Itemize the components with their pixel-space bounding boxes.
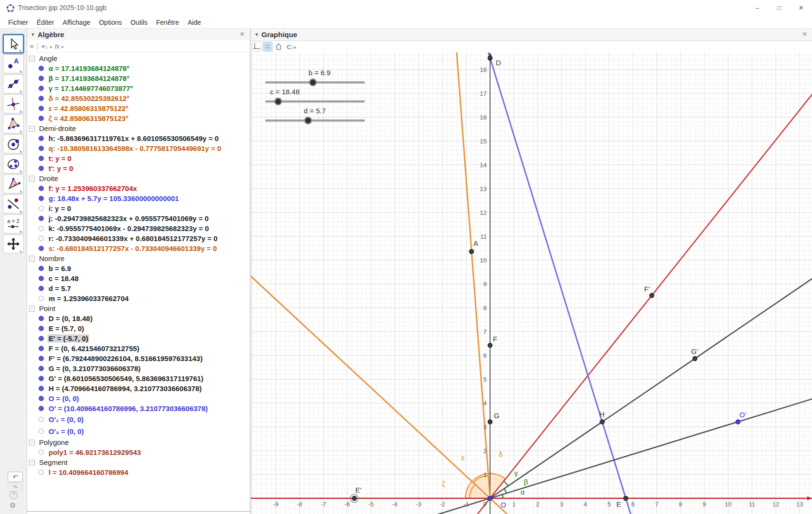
- algebra-item[interactable]: G' = (8.601056530506549, 5.8636963171197…: [27, 373, 250, 383]
- algebra-item[interactable]: γ = 17.144697746073877°: [27, 83, 250, 93]
- algebra-item[interactable]: k: -0.9555775401069x - 0.294739825682323…: [27, 223, 250, 233]
- visibility-toggle-icon[interactable]: [39, 336, 44, 341]
- visibility-toggle-icon[interactable]: [39, 450, 44, 455]
- angle-tool[interactable]: α: [3, 174, 24, 193]
- chevron-down-icon[interactable]: ▼: [254, 32, 259, 37]
- polygon-tool[interactable]: [3, 114, 24, 133]
- visibility-toggle-icon[interactable]: [39, 346, 44, 351]
- alpha-arc[interactable]: [502, 494, 503, 498]
- point-D[interactable]: [488, 56, 492, 60]
- point-H[interactable]: [600, 420, 604, 424]
- menu-diter[interactable]: Éditer: [32, 19, 59, 26]
- point-E'[interactable]: [352, 496, 356, 500]
- algebra-section-polygone[interactable]: −Polygone: [27, 437, 250, 447]
- algebra-item[interactable]: r: -0.733040946601339x + 0.6801845121772…: [27, 233, 250, 243]
- algebra-item[interactable]: E = (5.7, 0): [27, 323, 250, 333]
- tool-options-caret-icon[interactable]: [20, 210, 22, 212]
- tool-options-caret-icon[interactable]: [20, 250, 22, 252]
- algebra-item[interactable]: t: y = 0: [27, 153, 250, 163]
- algebra-item[interactable]: l = 10.409664160786994: [27, 467, 250, 477]
- show-grid-button[interactable]: [263, 42, 272, 51]
- visibility-toggle-icon[interactable]: [39, 136, 44, 141]
- graph-canvas[interactable]: -9-8-7-6-5-4-3-2-11234567891011121312345…: [251, 52, 812, 514]
- line-g[interactable]: [487, 52, 638, 514]
- visibility-toggle-icon[interactable]: [39, 116, 44, 121]
- algebra-item[interactable]: c = 18.48: [27, 273, 250, 283]
- slider-c-handle[interactable]: [275, 98, 281, 105]
- visibility-toggle-icon[interactable]: [39, 76, 44, 81]
- minimize-button[interactable]: –: [746, 0, 768, 16]
- close-button[interactable]: ✕: [790, 0, 812, 16]
- collapse-icon[interactable]: −: [29, 126, 35, 131]
- tool-options-caret-icon[interactable]: [20, 70, 22, 72]
- chevron-down-icon[interactable]: ▼: [30, 32, 35, 37]
- collapse-icon[interactable]: −: [29, 176, 35, 181]
- visibility-toggle-icon[interactable]: [39, 296, 44, 301]
- tool-options-caret-icon[interactable]: [20, 170, 22, 172]
- algebra-item[interactable]: d = 5.7: [27, 283, 250, 293]
- algebra-item[interactable]: β = 17.14193684124878°: [27, 73, 250, 83]
- visibility-toggle-icon[interactable]: [39, 376, 44, 381]
- algebra-section-nombre[interactable]: −Nombre: [27, 253, 250, 263]
- point-capturing-menu[interactable]: C:▾: [287, 43, 296, 50]
- visibility-toggle-icon[interactable]: [39, 417, 44, 422]
- collapse-icon[interactable]: −: [29, 56, 35, 61]
- move-tool[interactable]: [3, 34, 24, 53]
- algebra-close-icon[interactable]: ✕: [240, 30, 245, 38]
- visibility-toggle-icon[interactable]: [39, 166, 44, 171]
- algebra-item[interactable]: D = (0, 18.48): [27, 313, 250, 323]
- menu-aide[interactable]: Aide: [183, 19, 205, 26]
- visibility-toggle-icon[interactable]: [39, 266, 44, 271]
- graphics-close-icon[interactable]: ✕: [802, 30, 807, 38]
- algebra-section-droite[interactable]: −Droite: [27, 173, 250, 183]
- point-E[interactable]: [623, 496, 628, 500]
- visibility-toggle-icon[interactable]: [39, 366, 44, 371]
- undo-button[interactable]: ↶: [8, 472, 23, 482]
- visibility-toggle-icon[interactable]: [39, 246, 44, 251]
- algebra-item[interactable]: h: -5.863696317119761x + 8.6010565305065…: [27, 133, 250, 143]
- tool-options-caret-icon[interactable]: [20, 130, 22, 132]
- collapse-icon[interactable]: −: [29, 256, 35, 262]
- tool-options-caret-icon[interactable]: [20, 150, 22, 152]
- visibility-toggle-icon[interactable]: [39, 326, 44, 331]
- menu-fichier[interactable]: Fichier: [4, 19, 32, 26]
- algebra-item[interactable]: δ = 42.85530225392612°: [27, 93, 250, 103]
- algebra-item[interactable]: m = 1.253960337662704: [27, 293, 250, 303]
- redo-button[interactable]: ↷: [8, 483, 23, 492]
- visibility-toggle-icon[interactable]: [39, 216, 44, 221]
- maximize-button[interactable]: □: [768, 0, 790, 16]
- slider-b-handle[interactable]: [310, 79, 316, 86]
- algebra-item[interactable]: α = 17.14193684124878°: [27, 63, 250, 73]
- slider-d-handle[interactable]: [305, 117, 311, 124]
- tool-options-caret-icon[interactable]: [20, 110, 22, 112]
- line-h[interactable]: [490, 271, 812, 498]
- point-G'[interactable]: [693, 356, 697, 361]
- circle-tool[interactable]: [3, 134, 24, 153]
- slider-tool[interactable]: a = 2: [3, 214, 24, 233]
- algebra-item[interactable]: b = 6.9: [27, 263, 250, 273]
- visibility-toggle-icon[interactable]: [39, 106, 44, 111]
- visibility-toggle-icon[interactable]: [39, 406, 44, 411]
- settings-button[interactable]: ⚙: [10, 501, 16, 510]
- point-F'[interactable]: [650, 293, 654, 298]
- menu-options[interactable]: Options: [95, 19, 126, 26]
- point-O[interactable]: [488, 496, 492, 500]
- visibility-toggle-icon[interactable]: [39, 226, 44, 231]
- algebra-item[interactable]: F' = (6.792448900226104, 8.5166195976331…: [27, 353, 250, 363]
- visibility-toggle-icon[interactable]: [39, 429, 44, 434]
- point-G[interactable]: [488, 420, 492, 424]
- standard-view-button[interactable]: [274, 42, 283, 51]
- algebra-item[interactable]: g: 18.48x + 5.7y = 105.33600000000001: [27, 193, 250, 203]
- visibility-toggle-icon[interactable]: [39, 66, 44, 71]
- algebra-item[interactable]: O = (0, 0): [27, 393, 250, 403]
- algebra-section-angle[interactable]: −Angle: [27, 53, 250, 63]
- visibility-toggle-icon[interactable]: [39, 146, 44, 151]
- perpendicular-line-tool[interactable]: [3, 94, 24, 113]
- visibility-toggle-icon[interactable]: [39, 86, 44, 91]
- collapse-icon[interactable]: −: [29, 306, 35, 312]
- conic-tool[interactable]: [3, 154, 24, 173]
- tool-options-caret-icon[interactable]: [20, 50, 22, 52]
- algebra-item[interactable]: i: y = 0: [27, 203, 250, 213]
- algebra-item[interactable]: O' = (10.409664160786996, 3.210773036606…: [27, 403, 250, 413]
- visibility-toggle-icon[interactable]: [39, 156, 44, 161]
